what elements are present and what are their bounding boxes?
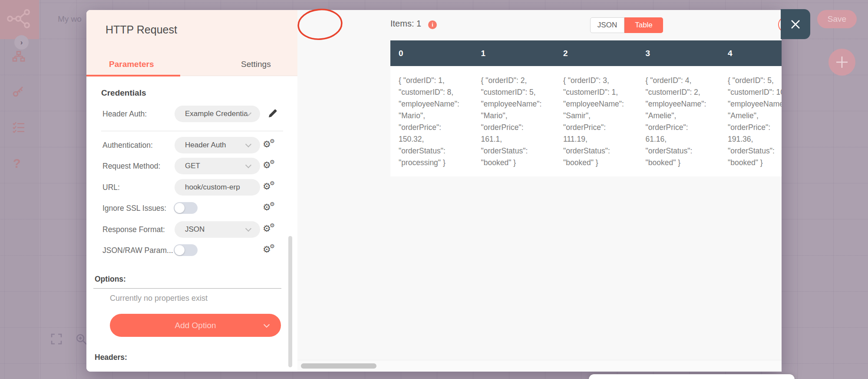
authentication-select[interactable]: Header Auth xyxy=(175,137,260,153)
url-input-wrap xyxy=(175,179,260,196)
field-label-url: URL: xyxy=(102,183,120,192)
ignore-ssl-toggle[interactable] xyxy=(174,202,198,214)
field-label-authentication: Authentication: xyxy=(102,141,153,150)
table-header-row: 0 1 2 3 4 5 xyxy=(390,40,782,66)
save-button[interactable]: Save xyxy=(817,10,857,28)
options-heading: Options: xyxy=(95,275,126,284)
add-node-button[interactable] xyxy=(828,49,855,76)
pencil-icon xyxy=(267,108,278,119)
field-settings-gears-icon[interactable]: ⚙⚙ xyxy=(263,160,276,172)
options-empty-text: Currently no properties exist xyxy=(110,294,208,303)
table-horizontal-scrollbar[interactable] xyxy=(301,363,376,369)
n8n-screen: › xyxy=(0,0,868,379)
add-option-button[interactable]: Add Option xyxy=(110,314,281,337)
active-tab-underline xyxy=(86,75,180,76)
view-toggle-json[interactable]: JSON xyxy=(590,17,624,33)
edit-credential-button[interactable] xyxy=(267,108,278,120)
key-icon xyxy=(12,85,24,97)
close-modal-button[interactable] xyxy=(781,9,810,39)
output-panel: Items: 1 i JSON Table Execute Node 0 1 2… xyxy=(297,10,782,372)
info-icon[interactable]: i xyxy=(428,20,437,29)
toggle-knob xyxy=(175,203,185,213)
chevron-down-icon xyxy=(245,226,251,232)
plus-icon xyxy=(835,55,849,69)
chevron-down-icon xyxy=(264,321,270,327)
checklist-icon xyxy=(12,122,25,133)
field-label-json-raw: JSON/RAW Param... xyxy=(102,246,173,255)
field-settings-gears-icon[interactable]: ⚙⚙ xyxy=(263,203,276,214)
bottom-popup-partial xyxy=(589,374,795,379)
section-divider xyxy=(101,131,283,131)
field-label-request-method: Request Method: xyxy=(102,162,160,171)
table-header-cell: 3 xyxy=(637,40,720,66)
table-cell: { "orderID": 5, "customerID": 10, "emplo… xyxy=(719,66,782,176)
tab-settings[interactable]: Settings xyxy=(241,60,271,69)
left-sidebar: › xyxy=(0,0,39,379)
toggle-knob xyxy=(175,245,185,255)
table-cell: { "orderID": 4, "customerID": 2, "employ… xyxy=(637,66,720,176)
field-label-ignore-ssl: Ignore SSL Issues: xyxy=(102,204,166,213)
request-method-select[interactable]: GET xyxy=(175,158,260,174)
chevron-right-icon: › xyxy=(20,38,23,47)
credential-label: Header Auth: xyxy=(102,110,147,119)
output-table: 0 1 2 3 4 5 { "orderID": 1, "customerID"… xyxy=(390,40,782,183)
workflow-title: My wo xyxy=(58,14,82,24)
table-cell: { "orderID": 3, "customerID": 1, "employ… xyxy=(555,66,637,176)
table-header-cell: 2 xyxy=(555,40,637,66)
node-settings-panel: HTTP Request Parameters Settings Credent… xyxy=(86,10,297,372)
sidebar-item-credentials[interactable] xyxy=(12,85,24,99)
field-settings-gears-icon[interactable]: ⚙⚙ xyxy=(263,245,276,256)
http-request-modal: HTTP Request Parameters Settings Credent… xyxy=(86,10,782,372)
sidebar-item-workflows[interactable] xyxy=(12,51,25,65)
chevron-down-icon xyxy=(245,162,251,168)
table-row: { "orderID": 1, "customerID": 8, "employ… xyxy=(390,66,782,176)
table-horizontal-scrollbar-track xyxy=(297,360,782,372)
question-mark-icon: ? xyxy=(13,156,21,170)
chevron-down-icon xyxy=(245,141,251,147)
fit-view-button[interactable] xyxy=(50,333,63,347)
sidebar-collapse-button[interactable]: › xyxy=(14,35,29,50)
close-icon xyxy=(789,17,802,31)
field-settings-gears-icon[interactable]: ⚙⚙ xyxy=(263,140,276,151)
options-divider xyxy=(93,288,281,289)
parameters-scrollbar[interactable] xyxy=(288,236,292,367)
expand-icon xyxy=(50,333,63,345)
table-header-cell: 0 xyxy=(390,40,473,66)
credentials-heading: Credentials xyxy=(101,88,146,98)
credential-select[interactable]: Example Credentia xyxy=(175,106,260,122)
n8n-logo-tile[interactable] xyxy=(0,0,39,39)
node-panel-header: HTTP Request Parameters Settings xyxy=(86,10,297,76)
table-cell: { "orderID": 1, "customerID": 8, "employ… xyxy=(390,66,473,176)
headers-heading: Headers: xyxy=(95,353,127,362)
field-settings-gears-icon[interactable]: ⚙⚙ xyxy=(263,224,276,235)
url-input[interactable] xyxy=(185,183,250,192)
table-cell: { "orderID": 2, "customerID": 5, "employ… xyxy=(473,66,555,176)
view-toggle-table[interactable]: Table xyxy=(624,17,663,33)
items-count-label: Items: 1 xyxy=(390,19,421,29)
table-header-cell: 4 xyxy=(719,40,782,66)
field-settings-gears-icon[interactable]: ⚙⚙ xyxy=(263,182,276,193)
json-raw-toggle[interactable] xyxy=(174,244,198,256)
response-format-select[interactable]: JSON xyxy=(175,221,260,238)
table-header-cell: 1 xyxy=(473,40,555,66)
sidebar-item-help[interactable]: ? xyxy=(13,156,21,171)
sidebar-item-executions[interactable] xyxy=(12,122,25,135)
node-title: HTTP Request xyxy=(106,23,177,36)
sitemap-icon xyxy=(12,51,25,63)
tab-parameters[interactable]: Parameters xyxy=(109,60,154,69)
n8n-logo-icon xyxy=(6,8,31,30)
field-label-response-format: Response Format: xyxy=(102,225,165,234)
